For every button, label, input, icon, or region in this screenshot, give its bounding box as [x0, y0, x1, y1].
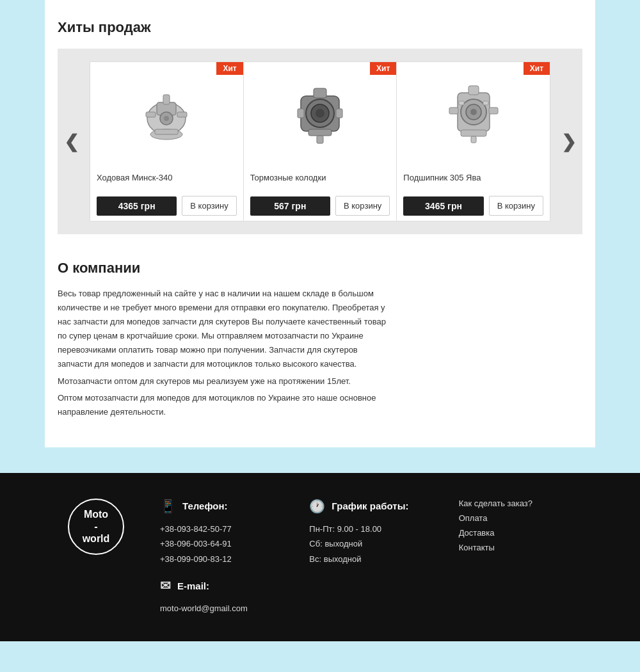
hit-badge-1: Хит: [216, 62, 243, 75]
carousel-prev-button[interactable]: ❮: [64, 131, 79, 152]
svg-point-12: [316, 109, 324, 118]
product-card-2: Хит: [244, 61, 397, 221]
footer-phone-col: 📱 Телефон: +38-093-842-50-77 +38-096-003…: [154, 499, 303, 616]
footer-logo: Moto-world: [68, 499, 124, 555]
product-price-3: 3465 грн: [403, 196, 483, 216]
add-to-cart-button-3[interactable]: В корзину: [489, 196, 543, 216]
svg-rect-13: [314, 88, 326, 98]
footer-phone-3: +38-099-090-83-12: [160, 552, 296, 566]
add-to-cart-button-2[interactable]: В корзину: [335, 196, 390, 216]
svg-rect-26: [489, 108, 498, 114]
footer-link-order[interactable]: Как сделать заказ?: [459, 499, 595, 508]
footer-link-payment[interactable]: Оплата: [459, 513, 595, 523]
footer-phone-1: +38-093-842-50-77: [160, 522, 296, 536]
product-footer-2: 567 грн В корзину: [244, 191, 397, 221]
email-icon: ✉: [160, 578, 171, 593]
footer-schedule-2: Сб: выходной: [309, 536, 445, 551]
product-name-1: Ходовая Минск-340: [90, 168, 243, 191]
product-img-pump: [128, 77, 205, 154]
about-paragraph-1: Весь товар предложенный на сайте у нас в…: [58, 287, 390, 372]
svg-rect-14: [298, 109, 304, 118]
svg-rect-4: [163, 95, 170, 104]
product-img-carburetor2: [435, 77, 512, 154]
hit-badge-2: Хит: [370, 62, 396, 75]
product-image-2: [244, 62, 397, 168]
svg-point-3: [164, 116, 169, 121]
svg-rect-29: [459, 101, 464, 105]
add-to-cart-button-1[interactable]: В корзину: [182, 196, 236, 216]
about-paragraph-2: Мотозапчасти оптом для скутеров мы реали…: [58, 374, 390, 388]
product-footer-1: 4365 грн В корзину: [90, 191, 243, 221]
svg-rect-6: [177, 112, 187, 117]
svg-rect-24: [468, 86, 479, 95]
carousel-next-button[interactable]: ❯: [561, 131, 576, 152]
carousel-wrapper: ❮ Хит: [58, 49, 582, 234]
footer-link-delivery[interactable]: Доставка: [459, 528, 595, 538]
svg-rect-30: [483, 101, 488, 105]
footer-links-col: Как сделать заказ? Оплата Доставка Конта…: [452, 499, 602, 557]
footer-link-contacts[interactable]: Контакты: [459, 543, 595, 552]
footer-schedule-col: 🕐 График работы: Пн-Пт: 9.00 - 18.00 Сб:…: [303, 499, 452, 566]
product-price-2: 567 грн: [250, 196, 330, 216]
about-section: О компании Весь товар предложенный на са…: [58, 260, 582, 419]
product-card-1: Хит: [90, 61, 244, 221]
footer-schedule-label: График работы:: [332, 500, 408, 511]
footer-schedule-1: Пн-Пт: 9.00 - 18.00: [309, 522, 445, 536]
footer-email: moto-world@gmail.com: [160, 601, 296, 616]
svg-rect-5: [146, 112, 156, 117]
footer-logo-col: Moto-world: [38, 499, 154, 555]
product-price-1: 4365 грн: [97, 196, 177, 216]
page-wrapper: Хиты продаж ❮ Хит: [0, 0, 640, 672]
hits-title: Хиты продаж: [58, 19, 582, 36]
product-card-3: Хит: [397, 61, 550, 221]
footer-phone-label: Телефон:: [182, 500, 228, 511]
footer-schedule-title: 🕐 График работы:: [309, 499, 445, 514]
about-title: О компании: [58, 260, 582, 276]
footer-phone-2: +38-096-003-64-91: [160, 536, 296, 551]
footer-phone-title: 📱 Телефон:: [160, 499, 296, 514]
footer-inner: Moto-world 📱 Телефон: +38-093-842-50-77 …: [38, 499, 602, 616]
svg-rect-8: [155, 129, 178, 134]
about-paragraph-3: Оптом мотозапчасти для мопедов для мотоц…: [58, 391, 390, 419]
product-footer-3: 3465 грн В корзину: [397, 191, 550, 221]
footer-email-title-wrapper: ✉ E-mail:: [160, 578, 296, 593]
main-content: Хиты продаж ❮ Хит: [45, 0, 595, 447]
hit-badge-3: Хит: [524, 62, 550, 75]
hits-section: Хиты продаж ❮ Хит: [58, 19, 582, 234]
about-text: Весь товар предложенный на сайте у нас в…: [58, 287, 390, 419]
svg-rect-19: [317, 136, 323, 143]
clock-icon: 🕐: [309, 499, 325, 514]
svg-rect-18: [308, 129, 332, 136]
svg-rect-25: [449, 108, 458, 114]
product-image-3: [397, 62, 550, 168]
svg-rect-15: [336, 109, 342, 118]
product-name-3: Подшипник 305 Ява: [397, 168, 550, 191]
bottom-spacer: [0, 641, 640, 672]
phone-icon: 📱: [160, 499, 176, 514]
footer-schedule-3: Вс: выходной: [309, 552, 445, 566]
svg-rect-27: [461, 130, 486, 136]
products-row: Хит: [90, 61, 550, 221]
footer: Moto-world 📱 Телефон: +38-093-842-50-77 …: [0, 473, 640, 642]
product-image-1: [90, 62, 243, 168]
product-name-2: Тормозные колодки: [244, 168, 397, 191]
footer-email-label: E-mail:: [177, 580, 209, 591]
svg-rect-28: [471, 136, 476, 143]
product-img-carburetor1: [282, 77, 358, 154]
footer-logo-text: Moto-world: [83, 508, 110, 545]
svg-point-23: [470, 109, 477, 115]
